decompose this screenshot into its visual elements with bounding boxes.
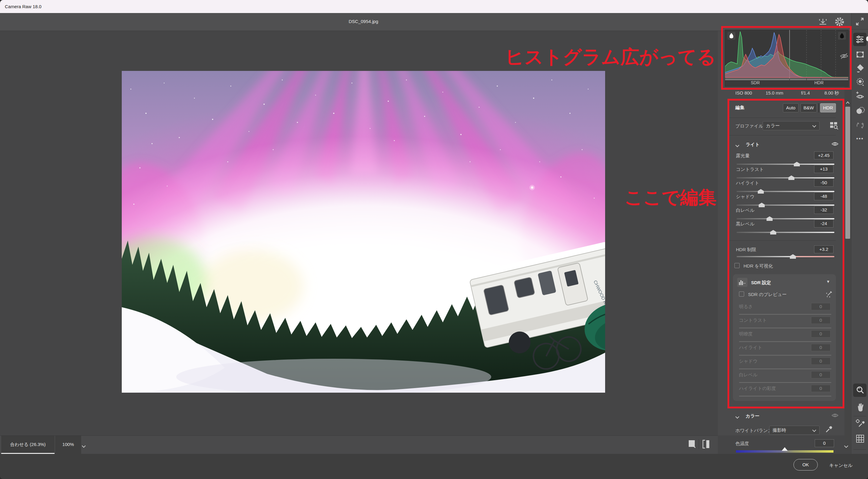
hdr-limit-label: HDR 制限 [736, 247, 756, 253]
color-visibility-eye-icon[interactable] [832, 413, 838, 418]
scrollbar-thumb[interactable] [845, 107, 850, 239]
settings-gear-icon[interactable] [834, 17, 845, 27]
exif-aperture: f/1.4 [801, 90, 810, 95]
chevron-down-icon [812, 428, 816, 432]
light-collapse-chevron-icon[interactable] [736, 142, 739, 148]
scroll-down-icon[interactable] [844, 445, 848, 448]
sdr-whites-slider [739, 382, 831, 383]
zoom-100-tab[interactable]: 100% [55, 436, 81, 454]
sdr-clarity-label: 明瞭度 [739, 331, 753, 337]
hand-tool-icon[interactable] [856, 403, 865, 412]
exposure-value[interactable]: +2.45 [814, 151, 834, 159]
histogram-range-bar[interactable] [725, 79, 848, 80]
exposure-slider[interactable] [737, 163, 834, 165]
temperature-label: 色温度 [735, 441, 749, 447]
blacks-value[interactable]: -24 [814, 220, 834, 228]
before-after-view-icon[interactable] [702, 439, 712, 449]
whites-value[interactable]: -32 [814, 206, 834, 214]
fullscreen-expand-icon[interactable] [855, 17, 864, 26]
highlights-label: ハイライト [736, 180, 759, 186]
sdr-range-label: SDR [751, 80, 760, 85]
crop-transform-tool-icon[interactable] [856, 50, 864, 59]
contrast-value[interactable]: +13 [814, 165, 834, 173]
whites-label: 白レベル [736, 208, 754, 213]
sdr-expand-triangle-icon[interactable]: ▼ [826, 279, 830, 284]
auto-button[interactable]: Auto [783, 103, 799, 112]
profile-dropdown[interactable]: カラー [763, 121, 819, 130]
histogram-panel[interactable]: SDR HDR [725, 30, 848, 87]
divider [727, 135, 836, 136]
temperature-value[interactable]: 0 [815, 439, 834, 447]
shadows-value[interactable]: -48 [814, 192, 834, 200]
hdr-visualize-checkbox[interactable] [735, 263, 740, 268]
chevron-down-icon [812, 124, 816, 127]
masking-tool-icon[interactable] [856, 78, 864, 86]
sdr-preview-label: SDR のプレビュー [748, 292, 787, 298]
sdr-brightness-slider [739, 314, 831, 315]
sdr-shadows-label: シャドウ [739, 358, 757, 364]
sdr-contrast-slider [739, 328, 831, 328]
light-visibility-eye-icon[interactable] [832, 141, 838, 147]
sdr-highlights-label: ハイライト [739, 345, 762, 351]
window-title: Camera Raw 18.0 [5, 4, 41, 9]
edit-sliders-tool-icon[interactable] [856, 35, 864, 43]
sdr-preview-checkbox[interactable] [739, 292, 744, 297]
sdr-shadows-slider [739, 368, 831, 369]
sdr-highlights-slider [739, 355, 831, 356]
bw-button[interactable]: B&W [801, 103, 817, 112]
profile-label: プロファイル [735, 123, 763, 129]
title-bar[interactable]: Camera Raw 18.0 [0, 0, 868, 13]
hdr-button[interactable]: HDR [820, 103, 836, 112]
contrast-slider[interactable] [737, 177, 834, 178]
white-balance-eyedropper-icon[interactable] [825, 425, 834, 434]
sdr-brightness-value: 0 [811, 303, 831, 310]
contrast-label: コントラスト [736, 167, 764, 172]
ok-button[interactable]: OK [794, 459, 818, 471]
shadows-slider[interactable] [737, 205, 834, 206]
remove-eraser-tool-icon[interactable] [856, 64, 864, 73]
hdr-range-label: HDR [814, 80, 824, 85]
shadows-label: シャドウ [736, 194, 754, 200]
preview-state-icon[interactable] [687, 439, 696, 449]
photo-preview[interactable]: CHWOOD RIVER [122, 71, 605, 393]
cancel-button[interactable]: キャンセル [829, 462, 852, 469]
temperature-slider-handle[interactable] [782, 447, 788, 451]
zoom-level-chevron-icon[interactable] [82, 443, 85, 448]
divider [727, 118, 836, 118]
scroll-up-icon[interactable] [845, 101, 850, 104]
color-collapse-chevron-icon[interactable] [736, 414, 739, 419]
blacks-label: 黒レベル [736, 221, 754, 227]
grid-overlay-tool-icon[interactable] [856, 435, 864, 443]
white-balance-value: 撮影時 [773, 427, 786, 432]
white-balance-label: ホワイトバランス [735, 428, 773, 433]
white-balance-dropdown[interactable]: 撮影時 [769, 426, 819, 435]
hdr-visualize-label: HDR を可視化 [744, 263, 773, 269]
file-name: DSC_0954.jpg [273, 19, 454, 24]
sdr-histogram-icon [737, 278, 747, 287]
exif-shutter: 8.00 秒 [825, 90, 839, 96]
highlights-value[interactable]: -50 [814, 179, 834, 187]
sdr-shadows-value: 0 [811, 358, 831, 365]
highlights-slider[interactable] [737, 191, 834, 192]
whites-slider[interactable] [737, 218, 834, 219]
sdr-settings-title: SDR 設定 [751, 280, 771, 286]
aurora-photo: CHWOOD RIVER [122, 71, 605, 393]
hdr-limit-value[interactable]: +3.2 [814, 245, 834, 253]
zoom-tool-icon[interactable] [856, 386, 864, 394]
sdr-highlight-saturation-label: ハイライトの彩度 [739, 386, 776, 391]
sync-settings-tool-icon[interactable] [855, 121, 865, 130]
toolbar-divider [851, 29, 868, 29]
sdr-contrast-value: 0 [811, 317, 831, 324]
sdr-highlight-saturation-slider [739, 396, 831, 397]
hdr-limit-slider[interactable] [737, 256, 834, 257]
presets-tool-icon[interactable] [855, 106, 865, 116]
save-download-icon[interactable] [818, 18, 828, 27]
blacks-slider[interactable] [737, 232, 834, 233]
auto-sdr-wand-icon[interactable] [825, 290, 833, 298]
red-eye-tool-icon[interactable] [855, 91, 864, 100]
sdr-brightness-label: 明るさ [739, 304, 753, 310]
fit-zoom-tab[interactable]: 合わせる (26.3%) [1, 436, 55, 454]
sample-eyedropper-tool-icon[interactable] [855, 419, 865, 428]
more-tools-icon[interactable]: ••• [856, 136, 864, 142]
browse-profiles-icon[interactable] [830, 122, 838, 130]
